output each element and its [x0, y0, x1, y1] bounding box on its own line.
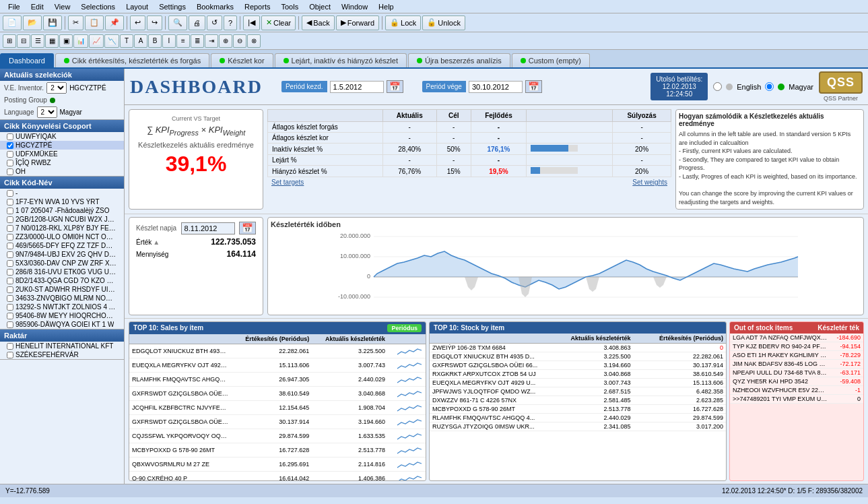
tb2-btn-18[interactable]: ⊗	[247, 34, 261, 48]
lock-button[interactable]: 🔒 Lock	[385, 15, 421, 30]
sidebar-bk-3[interactable]: UDFXMÜKEE	[0, 150, 124, 158]
tab-custom[interactable]: Custom (empty)	[512, 53, 590, 67]
undo-button[interactable]: ↩	[130, 15, 145, 30]
tab-keszlet-kor[interactable]: Készlet kor	[211, 53, 273, 67]
sidebar-code-item[interactable]: -	[0, 189, 124, 197]
table-row[interactable]: NZHEOOI WZVFHUCR E5V 2208 T... -1	[730, 386, 863, 395]
sidebar-wh-1[interactable]: HENELIT INTERNATIONAL KFT	[0, 342, 124, 350]
sidebar-language-select[interactable]: 2	[37, 106, 57, 118]
nav-start[interactable]: |◀	[243, 15, 260, 30]
tb2-btn-17[interactable]: ⊖	[233, 34, 246, 48]
tb2-btn-13[interactable]: ≡	[176, 34, 190, 48]
tb2-btn-9[interactable]: T	[120, 34, 133, 48]
lang-magyar-radio[interactable]	[765, 82, 774, 91]
save-button[interactable]: 💾	[43, 15, 62, 30]
sidebar-code-item[interactable]: 1 07 205047 -Fhâdoaalèjý ŽSO	[0, 206, 124, 215]
menu-bookmarks[interactable]: Bookmarks	[191, 1, 239, 12]
tb2-btn-6[interactable]: 📊	[73, 34, 88, 48]
clear-button[interactable]: ✕ Clear	[261, 15, 296, 30]
sidebar-code-item[interactable]: 1F7-EYN WVA 10 YVS ÝRT	[0, 197, 124, 206]
table-row[interactable]: JCQHFIL KZBFBCTRC NJVYFEMW... 12.154.645…	[129, 401, 426, 415]
menu-file[interactable]: File	[3, 1, 26, 12]
tab-sales[interactable]: Cikk értékesítés, készletérték és forgás	[55, 53, 209, 67]
table-row[interactable]: RUZYSGA JTYZOIQG 0IMSW UKR... 2.341.085 …	[430, 422, 726, 431]
table-row[interactable]: RLAMFHK FMQQAVTSC AHGQQ 4... 2.440.029 2…	[430, 414, 726, 422]
menu-window[interactable]: Window	[336, 1, 373, 12]
top-stock-scroll[interactable]: Aktuális készletérték Értékesítés (Perió…	[430, 334, 726, 480]
sidebar-code-item[interactable]: 34633-ZNVQBIGO MLRM NONZ HF=X	[0, 294, 124, 303]
set-targets-link[interactable]: Set targets	[271, 179, 304, 186]
sidebar-wh-2[interactable]: SZÉKESFEHÉRVÁR	[0, 350, 124, 359]
sidebar-code-item[interactable]: 9N7/9484-UBJ EXV 2G QHV DHT 6894	[0, 250, 124, 259]
tb2-btn-3[interactable]: ☰	[31, 34, 44, 48]
sidebar-code-item[interactable]: 95406-8W MEYY HIOQRCHOTWS RJ	[0, 311, 124, 320]
period-end-input[interactable]	[469, 81, 523, 93]
unlock-button[interactable]: 🔓 Unlock	[422, 15, 465, 30]
table-row[interactable]: JIM NAK BDAFSV 836-45 LOG 0411 -72.172	[730, 360, 863, 369]
menu-layout[interactable]: Layout	[121, 1, 154, 12]
tb2-btn-4[interactable]: ▦	[45, 34, 59, 48]
tb2-btn-7[interactable]: 📈	[89, 34, 104, 48]
sidebar-code-item[interactable]: 2GB/1208-UGN NCUBI W2X JLB 79 39	[0, 215, 124, 224]
menu-help[interactable]: Help	[373, 1, 399, 12]
tb2-btn-11[interactable]: B	[148, 34, 162, 48]
new-button[interactable]: 📄	[3, 15, 22, 30]
table-row[interactable]: QBXWVOSRMLRU M 27 ZE 16.295.691 2.114.81…	[129, 458, 426, 472]
stock-date-calendar[interactable]: 📅	[239, 222, 256, 234]
menu-reports[interactable]: Reports	[239, 1, 276, 12]
sidebar-code-item[interactable]: 8D2/1433-QGA CGD 7O KZO DWL 87	[0, 276, 124, 285]
sidebar-code-item[interactable]: 2UK0-ST ADWHR RHSDYF UI SMP	[0, 285, 124, 294]
table-row[interactable]: QYZ YHE5R KAI HPD 3542 -59.408	[730, 377, 863, 386]
sidebar-code-item[interactable]: 13292-S NWTJKT ZOLNIOS 4 AK 50n	[0, 303, 124, 311]
print-button[interactable]: 🖨	[189, 15, 205, 30]
tb2-btn-14[interactable]: ≣	[191, 34, 204, 48]
set-weights-link[interactable]: Set weights	[632, 179, 667, 186]
table-row[interactable]: CQJSSFWL YKPQORVOQY OQME... 29.874.599 1…	[129, 429, 426, 443]
menu-view[interactable]: View	[49, 1, 76, 12]
lang-english-radio[interactable]	[713, 82, 722, 91]
table-row[interactable]: ZWEIÝP 106-28 TXM 6684 3.408.863 0	[430, 344, 726, 352]
tab-inactive[interactable]: Lejárt, inaktív és hiányzó készlet	[275, 53, 407, 67]
period-end-calendar[interactable]: 📅	[525, 80, 542, 93]
paste-button[interactable]: 📌	[105, 15, 124, 30]
stock-date-input[interactable]	[181, 222, 235, 234]
menu-tools[interactable]: Tools	[275, 1, 304, 12]
table-row[interactable]: EDGQLOT XNIUCKUZ BTH 4935 D... 3.225.500…	[430, 352, 726, 361]
tb2-btn-1[interactable]: ⊞	[3, 34, 16, 48]
table-row[interactable]: GXFRSWDT GZIÇGLSBOA OÜEI 66... 38.610.54…	[129, 387, 426, 401]
sidebar-code-item[interactable]: 286/8 316-UVU ETK0G VUG UDT 5949	[0, 267, 124, 276]
table-row[interactable]: EUEQXLA MEGRYFKV OJT 4929 U... 15.113.60…	[129, 358, 426, 373]
open-button[interactable]: 📂	[23, 15, 42, 30]
table-row[interactable]: GXFRSWDT GZIÇGLSBOA OÜEI 66... 3.194.660…	[430, 361, 726, 370]
table-row[interactable]: RLAMFHK FMQQAVTSC AHGQQ 4... 26.947.305 …	[129, 373, 426, 387]
menu-object[interactable]: Object	[304, 1, 336, 12]
sidebar-bk-5[interactable]: OH	[0, 167, 124, 176]
sidebar-code-item[interactable]: 7 N0/0128-RKL XLP8Y BJY FEH 3990	[0, 224, 124, 232]
tb2-btn-8[interactable]: 📉	[104, 34, 119, 48]
table-row[interactable]: EUEQXLA MEGRYFKV OJT 4929 U... 3.007.743…	[430, 379, 726, 387]
top-sales-scroll[interactable]: Értékesítés (Periódus) Aktuális készleté…	[129, 334, 426, 480]
sidebar-bk-2[interactable]: HGCYZTPÉ	[0, 141, 124, 150]
cut-button[interactable]: ✂	[68, 15, 84, 30]
sidebar-code-item[interactable]: 5X3/0360-DAV CNP ZW ZRF XVY Q104	[0, 259, 124, 267]
copy-button[interactable]: 📋	[85, 15, 104, 30]
table-row[interactable]: MCBYPOXXD G 578-90 26MT 16.727.628 2.513…	[129, 443, 426, 458]
table-row[interactable]: MCBYPOXXD G 578-90 26MT 2.513.778 16.727…	[430, 405, 726, 414]
search-button[interactable]: 🔍	[168, 15, 187, 30]
table-row[interactable]: TYP KJZ BDERV RO 940-24 PFT 2422 -94.154	[730, 342, 863, 351]
sidebar-bk-4[interactable]: ÎÇÎQ RWBZ	[0, 158, 124, 167]
table-row[interactable]: DXWZZV 861-71 C 4226 57NX 2.581.485 2.62…	[430, 396, 726, 405]
sidebar-code-item[interactable]: 985906-DÄWQYA GOIEI KT 1 W	[0, 320, 124, 329]
table-row[interactable]: ASO ETI 1H RAKEY KGHLIMIY FLO... -78.229	[730, 351, 863, 360]
period-start-input[interactable]	[330, 81, 384, 93]
menu-settings[interactable]: Settings	[154, 1, 191, 12]
table-row[interactable]: RXGKRKT ARPXUTCOX ZTOB 54 UJ 3.040.868 3…	[430, 370, 726, 379]
table-row[interactable]: EDGQLOT XNIUCKUZ BTH 4935 D... 22.282.06…	[129, 344, 426, 358]
tb2-btn-16[interactable]: ⊕	[219, 34, 232, 48]
forward-button[interactable]: ▶ Forward	[336, 15, 379, 30]
menu-selections[interactable]: Selections	[75, 1, 121, 12]
back-button[interactable]: ◀ Back	[302, 15, 334, 30]
tb2-btn-12[interactable]: I	[162, 34, 176, 48]
help-btn[interactable]: ?	[224, 15, 237, 30]
redo-button[interactable]: ↪	[147, 15, 162, 30]
